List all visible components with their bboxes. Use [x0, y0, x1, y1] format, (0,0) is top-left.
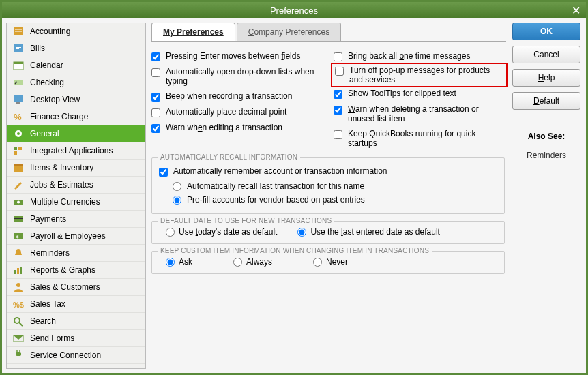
left-column: Pressing Enter moves between fieldsAutom… — [151, 48, 323, 151]
right-check-3[interactable] — [334, 106, 342, 115]
tab-my-preferences[interactable]: My Preferences — [151, 22, 235, 41]
cancel-button[interactable]: Cancel — [512, 46, 580, 63]
category-sidebar[interactable]: AccountingBillsCalendarCheckingDesktop V… — [6, 22, 146, 369]
sidebar-item-label: Finance Charge — [30, 112, 88, 121]
sidebar-item-payroll-employees[interactable]: $Payroll & Employees — [7, 228, 145, 245]
remember-label[interactable]: Automatically remember account or transa… — [173, 166, 387, 176]
recall-prefill-label[interactable]: Pre-fill accounts for vendor based on pa… — [187, 195, 365, 205]
date-last-radio[interactable] — [297, 228, 306, 237]
svg-rect-34 — [16, 352, 21, 356]
right-check-label-0[interactable]: Bring back all one time messages — [348, 51, 470, 61]
left-check-4[interactable] — [151, 124, 160, 133]
date-today-label[interactable]: Use today's date as default — [179, 227, 277, 237]
sidebar-item-reminders[interactable]: Reminders — [7, 245, 145, 262]
sidebar-item-sales-customers[interactable]: Sales & Customers — [7, 279, 145, 296]
right-check-label-4[interactable]: Keep QuickBooks running for quick startu… — [348, 129, 505, 148]
sidebar-item-jobs-estimates[interactable]: Jobs & Estimates — [7, 177, 145, 194]
recall-last-radio[interactable] — [173, 182, 181, 191]
svg-rect-15 — [14, 147, 17, 150]
sidebar-item-service-connection[interactable]: Service Connection — [7, 347, 145, 364]
svg-rect-9 — [14, 80, 23, 85]
sidebar-item-integrated-applications[interactable]: Integrated Applications — [7, 142, 145, 160]
right-check-0[interactable] — [334, 52, 342, 61]
keep-ask-radio[interactable] — [166, 258, 175, 267]
sidebar-item-accounting[interactable]: Accounting — [7, 23, 145, 40]
keep-ask-label[interactable]: Ask — [179, 257, 192, 267]
tab-company-preferences[interactable]: Company Preferences — [237, 22, 341, 41]
svg-rect-5 — [16, 47, 21, 48]
sidebar-item-spelling[interactable]: abcSpelling — [7, 364, 145, 369]
sidebar-item-general[interactable]: General — [7, 125, 145, 142]
help-button[interactable]: Help — [512, 69, 580, 87]
svg-rect-19 — [14, 164, 23, 166]
recall-last-label[interactable]: Automatically recall last transaction fo… — [187, 181, 364, 191]
recall-fieldset: AUTOMATICALLY RECALL INFORMATION Automat… — [151, 158, 505, 214]
right-check-1[interactable] — [335, 67, 344, 76]
left-check-label-4[interactable]: Warn when editing a transaction — [166, 123, 282, 132]
sidebar-item-label: Sales Tax — [30, 299, 65, 309]
svg-rect-28 — [20, 267, 22, 274]
keep-always-radio[interactable] — [233, 258, 242, 267]
svg-rect-26 — [14, 270, 16, 274]
keep-never-label[interactable]: Never — [326, 257, 348, 267]
sidebar-item-label: Service Connection — [30, 350, 101, 360]
remember-checkbox[interactable] — [159, 168, 168, 177]
svg-point-21 — [17, 201, 20, 204]
sidebar-item-label: Reminders — [30, 248, 70, 258]
sidebar-item-checking[interactable]: Checking — [7, 74, 145, 91]
svg-point-14 — [17, 132, 20, 135]
right-check-label-3[interactable]: Warn when deleting a transaction or unus… — [348, 104, 505, 123]
right-check-2[interactable] — [334, 90, 342, 99]
sidebar-item-search[interactable]: Search — [7, 313, 145, 330]
right-check-label-1[interactable]: Turn off pop-up messages for products an… — [349, 65, 503, 85]
sidebar-item-sales-tax[interactable]: %$Sales Tax — [7, 296, 145, 313]
left-check-2[interactable] — [151, 93, 160, 102]
left-check-label-1[interactable]: Automatically open drop-down lists when … — [166, 67, 323, 86]
customer-icon — [11, 281, 26, 293]
svg-rect-17 — [14, 151, 17, 155]
also-see-reminders[interactable]: Reminders — [512, 151, 580, 160]
left-check-0[interactable] — [151, 52, 160, 61]
left-check-1[interactable] — [151, 68, 160, 77]
default-button[interactable]: Default — [512, 92, 580, 110]
keep-always-label[interactable]: Always — [246, 257, 272, 267]
ok-button[interactable]: OK — [512, 22, 580, 40]
apps-icon — [11, 145, 26, 157]
svg-line-32 — [19, 322, 23, 326]
sidebar-item-send-forms[interactable]: Send Forms — [7, 330, 145, 347]
sidebar-item-label: Items & Inventory — [30, 163, 93, 172]
svg-point-31 — [14, 318, 20, 323]
tab-bar: My Preferences Company Preferences — [151, 22, 506, 42]
sidebar-item-finance-charge[interactable]: %Finance Charge — [7, 108, 145, 125]
close-icon[interactable]: ✕ — [572, 4, 580, 17]
payroll-icon: $ — [11, 230, 26, 242]
sidebar-item-items-inventory[interactable]: Items & Inventory — [7, 160, 145, 177]
svg-rect-8 — [14, 62, 23, 64]
sidebar-item-label: Jobs & Estimates — [30, 180, 93, 190]
date-today-radio[interactable] — [166, 228, 175, 237]
svg-rect-27 — [17, 268, 19, 274]
sidebar-item-label: Send Forms — [30, 333, 74, 343]
keep-never-radio[interactable] — [313, 258, 322, 267]
sidebar-item-bills[interactable]: Bills — [7, 40, 145, 57]
left-check-label-0[interactable]: Pressing Enter moves between fields — [166, 51, 300, 61]
left-check-3[interactable] — [151, 108, 160, 117]
sidebar-item-desktop-view[interactable]: Desktop View — [7, 91, 145, 108]
card-icon — [11, 213, 26, 225]
sidebar-item-label: Reports & Graphs — [30, 265, 95, 275]
sidebar-item-reports-graphs[interactable]: Reports & Graphs — [7, 262, 145, 279]
recall-prefill-radio[interactable] — [173, 196, 181, 205]
desktop-icon — [11, 93, 26, 106]
abc-icon: abc — [11, 366, 26, 369]
right-check-4[interactable] — [334, 130, 342, 139]
sidebar-item-calendar[interactable]: Calendar — [7, 57, 145, 74]
date-last-label[interactable]: Use the last entered date as default — [310, 227, 439, 237]
svg-text:$: $ — [16, 233, 19, 239]
left-check-label-3[interactable]: Automatically place decimal point — [166, 107, 286, 117]
left-check-label-2[interactable]: Beep when recording a transaction — [166, 91, 292, 101]
right-check-label-2[interactable]: Show ToolTips for clipped text — [348, 89, 456, 98]
sidebar-item-payments[interactable]: Payments — [7, 211, 145, 228]
sidebar-item-label: Search — [30, 316, 56, 326]
sidebar-item-multiple-currencies[interactable]: Multiple Currencies — [7, 194, 145, 211]
search-icon — [11, 315, 26, 327]
